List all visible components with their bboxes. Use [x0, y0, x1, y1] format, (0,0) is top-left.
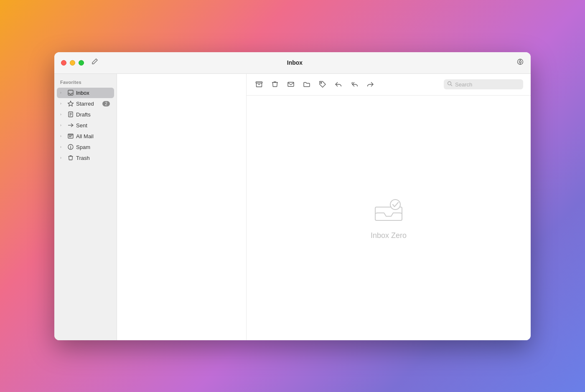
chevron-icon: ›	[60, 123, 65, 127]
titlebar: Inbox	[54, 52, 531, 74]
sidebar-item-sent-label: Sent	[76, 122, 110, 129]
search-icon	[447, 81, 453, 88]
svg-point-23	[320, 82, 321, 83]
reply-all-icon[interactable]	[349, 79, 359, 89]
inbox-zero-label: Inbox Zero	[371, 231, 407, 240]
chevron-icon: ›	[60, 134, 65, 138]
sent-icon	[67, 122, 74, 128]
sidebar-item-allmail-label: All Mail	[76, 133, 110, 139]
sidebar-item-inbox[interactable]: › Inbox	[57, 88, 114, 98]
main-body: Favorites › Inbox ›	[54, 74, 531, 340]
search-box	[444, 79, 523, 89]
close-button[interactable]	[61, 60, 66, 66]
sidebar-item-trash[interactable]: › Trash	[57, 153, 114, 163]
svg-marker-5	[68, 101, 74, 106]
filter-icon[interactable]	[516, 58, 524, 68]
svg-point-24	[448, 82, 451, 85]
inbox-zero-illustration	[372, 195, 405, 225]
svg-rect-22	[288, 82, 294, 86]
svg-line-25	[451, 85, 452, 86]
svg-rect-19	[256, 82, 262, 83]
spam-icon	[67, 144, 74, 150]
inbox-icon	[67, 90, 74, 96]
forward-icon[interactable]	[365, 79, 375, 89]
chevron-icon: ›	[60, 145, 65, 149]
trash-icon	[67, 155, 74, 161]
sidebar-item-trash-label: Trash	[76, 155, 110, 161]
reply-icon[interactable]	[333, 79, 343, 89]
sidebar-item-drafts-label: Drafts	[76, 111, 110, 118]
sidebar-item-spam[interactable]: › Spam	[57, 142, 114, 152]
app-window: Inbox Favorites ›	[54, 52, 531, 340]
sidebar-item-starred-label: Starred	[76, 101, 101, 107]
star-icon	[67, 101, 74, 106]
svg-point-27	[390, 200, 400, 210]
detail-pane: Inbox Zero	[247, 74, 531, 340]
move-to-folder-icon[interactable]	[302, 79, 312, 89]
mark-read-icon[interactable]	[286, 79, 296, 89]
window-title: Inbox	[73, 59, 516, 66]
inbox-zero-state: Inbox Zero	[247, 96, 531, 340]
chevron-icon: ›	[60, 101, 65, 106]
sidebar-item-starred[interactable]: › Starred 2	[57, 99, 114, 109]
chevron-icon: ›	[60, 91, 65, 95]
sidebar-item-drafts[interactable]: › Drafts	[57, 109, 114, 120]
sidebar-item-inbox-label: Inbox	[76, 90, 110, 96]
sidebar-item-sent[interactable]: › Sent	[57, 120, 114, 131]
delete-icon[interactable]	[270, 79, 280, 89]
starred-badge: 2	[102, 101, 110, 106]
sidebar-item-allmail[interactable]: › All Mail	[57, 131, 114, 142]
sidebar-item-spam-label: Spam	[76, 144, 110, 150]
sidebar-section-favorites: Favorites	[54, 80, 117, 87]
svg-rect-4	[68, 90, 73, 95]
svg-point-1	[519, 61, 521, 63]
chevron-icon: ›	[60, 156, 65, 160]
chevron-icon: ›	[60, 112, 65, 116]
search-input[interactable]	[455, 81, 520, 88]
message-list-pane	[117, 74, 247, 340]
label-icon[interactable]	[318, 79, 328, 89]
sidebar: Favorites › Inbox ›	[54, 74, 117, 340]
drafts-icon	[67, 111, 74, 117]
archive-icon[interactable]	[254, 79, 264, 89]
toolbar	[247, 74, 531, 96]
allmail-icon	[67, 133, 74, 139]
svg-point-17	[70, 148, 71, 148]
